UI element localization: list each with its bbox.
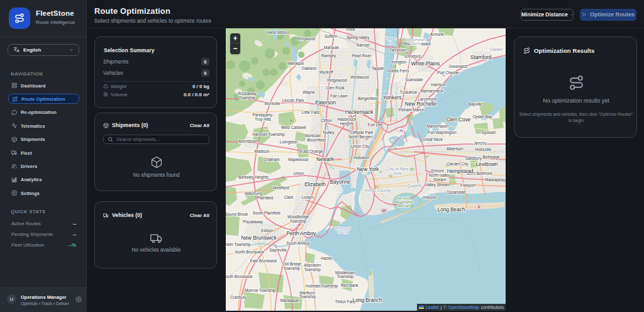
svg-text:West Milford: West Milford bbox=[267, 30, 289, 35]
svg-text:Union City: Union City bbox=[351, 144, 370, 149]
svg-text:Long Beach: Long Beach bbox=[438, 207, 465, 213]
svg-text:Chatham: Chatham bbox=[264, 157, 280, 162]
svg-text:Irvington: Irvington bbox=[391, 60, 407, 65]
svg-text:Spring Valley: Spring Valley bbox=[347, 35, 370, 40]
svg-text:I 95: I 95 bbox=[399, 129, 404, 132]
svg-text:Pelham Manor: Pelham Manor bbox=[399, 108, 425, 112]
svg-text:Zee: Zee bbox=[387, 41, 394, 45]
svg-text:Inwood: Inwood bbox=[423, 195, 436, 199]
svg-text:Morristown: Morristown bbox=[239, 139, 258, 143]
svg-text:Bergenfield: Bergenfield bbox=[358, 96, 378, 101]
svg-text:Township: Township bbox=[299, 294, 316, 299]
svg-text:Manalapan: Manalapan bbox=[280, 298, 300, 303]
svg-text:Linden: Linden bbox=[302, 195, 314, 199]
svg-text:Dobbs Ferry: Dobbs Ferry bbox=[387, 69, 409, 74]
svg-text:Bayville: Bayville bbox=[469, 102, 482, 107]
svg-text:Oakland: Oakland bbox=[301, 66, 316, 70]
svg-text:Ridgewood: Ridgewood bbox=[327, 78, 347, 83]
svg-text:Heights: Heights bbox=[340, 121, 353, 126]
svg-text:Albertson: Albertson bbox=[447, 147, 464, 151]
svg-text:Freeport: Freeport bbox=[460, 183, 475, 188]
svg-text:Lincoln Park: Lincoln Park bbox=[282, 98, 305, 103]
svg-text:Levittown: Levittown bbox=[476, 162, 498, 167]
svg-text:South Amboy: South Amboy bbox=[286, 241, 310, 246]
svg-text:Armonk: Armonk bbox=[430, 32, 445, 36]
svg-text:Fair Lawn: Fair Lawn bbox=[330, 94, 348, 98]
svg-text:Manorhaven: Manorhaven bbox=[426, 124, 449, 128]
svg-text:Newark: Newark bbox=[316, 157, 335, 162]
svg-text:Tappan: Tappan bbox=[386, 36, 397, 40]
svg-text:Cranbury: Cranbury bbox=[230, 295, 247, 300]
svg-text:East Orange: East Orange bbox=[301, 149, 323, 154]
svg-text:North Brunswick: North Brunswick bbox=[235, 250, 265, 254]
svg-text:Tarrytown: Tarrytown bbox=[389, 48, 407, 53]
svg-text:Mahwah: Mahwah bbox=[324, 45, 339, 50]
svg-text:Piscataway: Piscataway bbox=[243, 220, 264, 225]
svg-text:Fort Lee: Fort Lee bbox=[368, 123, 383, 127]
svg-text:North Bergen: North Bergen bbox=[348, 135, 372, 140]
svg-text:County: County bbox=[410, 42, 421, 45]
svg-text:✈: ✈ bbox=[394, 147, 397, 150]
svg-text:Elmont: Elmont bbox=[431, 169, 444, 173]
svg-text:Greenwich: Greenwich bbox=[448, 64, 468, 69]
svg-text:Hackensack: Hackensack bbox=[345, 109, 374, 115]
svg-text:Yonkers: Yonkers bbox=[383, 95, 401, 101]
svg-text:Hoboken: Hoboken bbox=[353, 155, 370, 160]
svg-text:South Brunswick: South Brunswick bbox=[226, 274, 253, 279]
svg-text:M: M bbox=[477, 206, 480, 209]
svg-text:Ringwood: Ringwood bbox=[297, 36, 316, 42]
svg-text:Montclair: Montclair bbox=[304, 133, 321, 138]
svg-text:New Brunswick: New Brunswick bbox=[242, 235, 277, 241]
svg-text:Jericho: Jericho bbox=[474, 141, 487, 145]
svg-text:Township: Township bbox=[337, 274, 354, 279]
svg-text:Ramsey: Ramsey bbox=[321, 53, 336, 58]
svg-text:Nanuet: Nanuet bbox=[357, 43, 370, 47]
svg-text:Larchmont: Larchmont bbox=[418, 97, 437, 101]
svg-text:Bethpage: Bethpage bbox=[483, 155, 500, 160]
svg-text:Tappan: Tappan bbox=[372, 66, 385, 71]
svg-text:York: York bbox=[393, 171, 402, 176]
svg-text:Township: Township bbox=[304, 267, 321, 272]
svg-text:Pearl River: Pearl River bbox=[352, 53, 371, 58]
svg-text:Queens: Queens bbox=[407, 184, 422, 189]
svg-text:Darien: Darien bbox=[490, 47, 502, 52]
svg-text:Troy Hills: Troy Hills bbox=[255, 117, 271, 122]
svg-text:✈: ✈ bbox=[289, 119, 292, 123]
svg-text:Tuckahoe: Tuckahoe bbox=[400, 90, 418, 94]
svg-text:Port Washington: Port Washington bbox=[428, 130, 457, 135]
svg-text:Garden City: Garden City bbox=[447, 162, 469, 167]
svg-text:Syosset: Syosset bbox=[482, 130, 496, 135]
svg-text:Nutley: Nutley bbox=[323, 130, 335, 135]
svg-text:Franklin Township: Franklin Township bbox=[226, 242, 251, 247]
svg-text:Clark: Clark bbox=[284, 195, 294, 199]
svg-text:Berkeley Heights: Berkeley Heights bbox=[238, 175, 269, 180]
svg-text:Oceanside: Oceanside bbox=[447, 190, 466, 194]
svg-text:Harrison: Harrison bbox=[431, 82, 446, 87]
svg-text:Bayonne: Bayonne bbox=[330, 179, 351, 185]
svg-text:Stamford: Stamford bbox=[470, 55, 492, 60]
svg-text:Hicksville: Hicksville bbox=[475, 147, 492, 152]
svg-text:Glen Cove: Glen Cove bbox=[447, 117, 471, 123]
svg-text:Hanover Township: Hanover Township bbox=[252, 132, 285, 137]
svg-text:South Plainfield: South Plainfield bbox=[253, 211, 280, 215]
svg-text:Port Chester: Port Chester bbox=[437, 70, 459, 75]
svg-text:Township: Township bbox=[239, 96, 256, 101]
svg-text:West Caldwell: West Caldwell bbox=[281, 125, 306, 130]
svg-text:Elizabeth: Elizabeth bbox=[304, 182, 326, 187]
svg-text:Salisbury: Salisbury bbox=[465, 156, 482, 161]
svg-text:Bloomfield: Bloomfield bbox=[307, 138, 326, 142]
svg-text:Glen Rock: Glen Rock bbox=[326, 86, 345, 90]
svg-text:Plainfield: Plainfield bbox=[257, 196, 274, 200]
svg-text:Livingston: Livingston bbox=[280, 140, 298, 145]
svg-text:Union: Union bbox=[294, 171, 304, 176]
svg-text:Elmsford: Elmsford bbox=[405, 54, 421, 58]
svg-text:Viola: Viola bbox=[346, 28, 355, 31]
svg-text:Holmdel Township: Holmdel Township bbox=[306, 284, 338, 289]
svg-text:New York: New York bbox=[357, 167, 379, 172]
svg-text:White Plains: White Plains bbox=[411, 61, 440, 67]
svg-text:Refuge: Refuge bbox=[398, 204, 410, 208]
svg-text:✈: ✈ bbox=[326, 173, 330, 177]
svg-text:Sayreville: Sayreville bbox=[269, 248, 287, 253]
svg-text:Bound Brook: Bound Brook bbox=[226, 212, 248, 216]
svg-text:Westwood: Westwood bbox=[350, 75, 369, 79]
